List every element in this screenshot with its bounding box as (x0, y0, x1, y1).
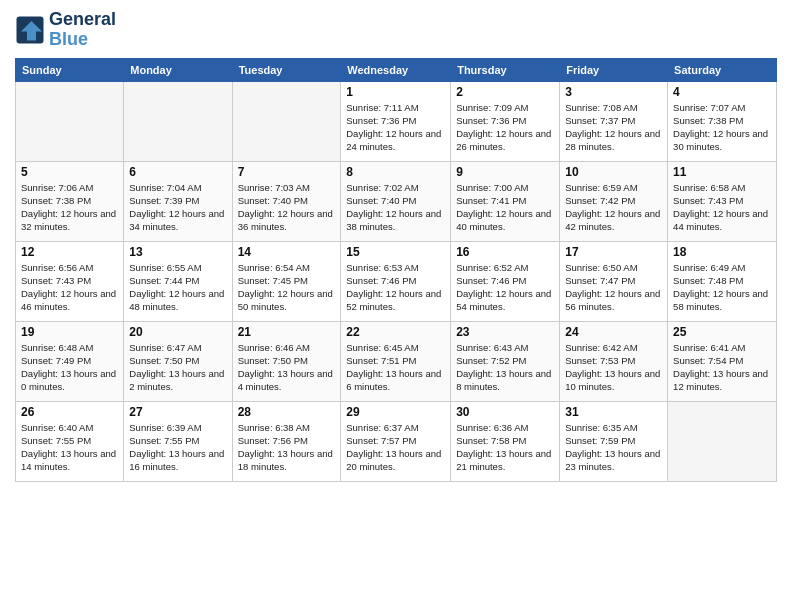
day-info: Sunrise: 6:55 AMSunset: 7:44 PMDaylight:… (129, 261, 226, 314)
day-info: Sunrise: 6:58 AMSunset: 7:43 PMDaylight:… (673, 181, 771, 234)
day-info: Sunrise: 7:02 AMSunset: 7:40 PMDaylight:… (346, 181, 445, 234)
day-number: 31 (565, 405, 662, 419)
day-info: Sunrise: 6:45 AMSunset: 7:51 PMDaylight:… (346, 341, 445, 394)
day-info: Sunrise: 6:53 AMSunset: 7:46 PMDaylight:… (346, 261, 445, 314)
day-number: 9 (456, 165, 554, 179)
calendar-cell: 13Sunrise: 6:55 AMSunset: 7:44 PMDayligh… (124, 241, 232, 321)
calendar-cell: 7Sunrise: 7:03 AMSunset: 7:40 PMDaylight… (232, 161, 341, 241)
logo-icon (15, 15, 45, 45)
calendar-cell: 9Sunrise: 7:00 AMSunset: 7:41 PMDaylight… (451, 161, 560, 241)
day-info: Sunrise: 7:11 AMSunset: 7:36 PMDaylight:… (346, 101, 445, 154)
day-number: 6 (129, 165, 226, 179)
day-number: 29 (346, 405, 445, 419)
calendar-cell: 15Sunrise: 6:53 AMSunset: 7:46 PMDayligh… (341, 241, 451, 321)
calendar-week-row: 5Sunrise: 7:06 AMSunset: 7:38 PMDaylight… (16, 161, 777, 241)
weekday-header: Friday (560, 58, 668, 81)
calendar-cell: 20Sunrise: 6:47 AMSunset: 7:50 PMDayligh… (124, 321, 232, 401)
day-info: Sunrise: 7:00 AMSunset: 7:41 PMDaylight:… (456, 181, 554, 234)
calendar-cell: 3Sunrise: 7:08 AMSunset: 7:37 PMDaylight… (560, 81, 668, 161)
calendar-cell: 31Sunrise: 6:35 AMSunset: 7:59 PMDayligh… (560, 401, 668, 481)
calendar-cell: 28Sunrise: 6:38 AMSunset: 7:56 PMDayligh… (232, 401, 341, 481)
day-number: 3 (565, 85, 662, 99)
weekday-header: Saturday (668, 58, 777, 81)
day-info: Sunrise: 6:41 AMSunset: 7:54 PMDaylight:… (673, 341, 771, 394)
day-info: Sunrise: 6:49 AMSunset: 7:48 PMDaylight:… (673, 261, 771, 314)
calendar-week-row: 12Sunrise: 6:56 AMSunset: 7:43 PMDayligh… (16, 241, 777, 321)
day-number: 11 (673, 165, 771, 179)
day-number: 22 (346, 325, 445, 339)
calendar-cell: 17Sunrise: 6:50 AMSunset: 7:47 PMDayligh… (560, 241, 668, 321)
day-number: 14 (238, 245, 336, 259)
day-info: Sunrise: 6:59 AMSunset: 7:42 PMDaylight:… (565, 181, 662, 234)
page: General Blue SundayMondayTuesdayWednesda… (0, 0, 792, 612)
calendar-cell: 12Sunrise: 6:56 AMSunset: 7:43 PMDayligh… (16, 241, 124, 321)
logo-text: General Blue (49, 10, 116, 50)
day-info: Sunrise: 6:56 AMSunset: 7:43 PMDaylight:… (21, 261, 118, 314)
day-info: Sunrise: 7:06 AMSunset: 7:38 PMDaylight:… (21, 181, 118, 234)
day-info: Sunrise: 6:52 AMSunset: 7:46 PMDaylight:… (456, 261, 554, 314)
calendar-cell (16, 81, 124, 161)
logo: General Blue (15, 10, 116, 50)
calendar-week-row: 26Sunrise: 6:40 AMSunset: 7:55 PMDayligh… (16, 401, 777, 481)
calendar-cell: 16Sunrise: 6:52 AMSunset: 7:46 PMDayligh… (451, 241, 560, 321)
calendar-cell: 5Sunrise: 7:06 AMSunset: 7:38 PMDaylight… (16, 161, 124, 241)
calendar-cell: 23Sunrise: 6:43 AMSunset: 7:52 PMDayligh… (451, 321, 560, 401)
day-number: 19 (21, 325, 118, 339)
day-info: Sunrise: 6:48 AMSunset: 7:49 PMDaylight:… (21, 341, 118, 394)
weekday-header: Thursday (451, 58, 560, 81)
calendar-cell: 2Sunrise: 7:09 AMSunset: 7:36 PMDaylight… (451, 81, 560, 161)
day-number: 30 (456, 405, 554, 419)
day-info: Sunrise: 6:38 AMSunset: 7:56 PMDaylight:… (238, 421, 336, 474)
day-info: Sunrise: 6:40 AMSunset: 7:55 PMDaylight:… (21, 421, 118, 474)
calendar-week-row: 1Sunrise: 7:11 AMSunset: 7:36 PMDaylight… (16, 81, 777, 161)
day-number: 28 (238, 405, 336, 419)
calendar-cell: 30Sunrise: 6:36 AMSunset: 7:58 PMDayligh… (451, 401, 560, 481)
day-number: 15 (346, 245, 445, 259)
calendar-cell: 29Sunrise: 6:37 AMSunset: 7:57 PMDayligh… (341, 401, 451, 481)
day-number: 24 (565, 325, 662, 339)
day-info: Sunrise: 6:36 AMSunset: 7:58 PMDaylight:… (456, 421, 554, 474)
calendar-cell: 1Sunrise: 7:11 AMSunset: 7:36 PMDaylight… (341, 81, 451, 161)
calendar-cell: 10Sunrise: 6:59 AMSunset: 7:42 PMDayligh… (560, 161, 668, 241)
day-number: 25 (673, 325, 771, 339)
day-number: 5 (21, 165, 118, 179)
day-number: 13 (129, 245, 226, 259)
weekday-header-row: SundayMondayTuesdayWednesdayThursdayFrid… (16, 58, 777, 81)
day-number: 27 (129, 405, 226, 419)
day-info: Sunrise: 7:09 AMSunset: 7:36 PMDaylight:… (456, 101, 554, 154)
day-number: 16 (456, 245, 554, 259)
calendar-week-row: 19Sunrise: 6:48 AMSunset: 7:49 PMDayligh… (16, 321, 777, 401)
day-number: 23 (456, 325, 554, 339)
day-number: 7 (238, 165, 336, 179)
calendar-cell: 27Sunrise: 6:39 AMSunset: 7:55 PMDayligh… (124, 401, 232, 481)
day-number: 21 (238, 325, 336, 339)
day-info: Sunrise: 7:03 AMSunset: 7:40 PMDaylight:… (238, 181, 336, 234)
header: General Blue (15, 10, 777, 50)
day-number: 2 (456, 85, 554, 99)
day-info: Sunrise: 6:46 AMSunset: 7:50 PMDaylight:… (238, 341, 336, 394)
weekday-header: Monday (124, 58, 232, 81)
day-number: 10 (565, 165, 662, 179)
day-number: 12 (21, 245, 118, 259)
day-info: Sunrise: 7:07 AMSunset: 7:38 PMDaylight:… (673, 101, 771, 154)
calendar-cell (124, 81, 232, 161)
calendar-cell: 8Sunrise: 7:02 AMSunset: 7:40 PMDaylight… (341, 161, 451, 241)
day-info: Sunrise: 6:39 AMSunset: 7:55 PMDaylight:… (129, 421, 226, 474)
day-info: Sunrise: 6:42 AMSunset: 7:53 PMDaylight:… (565, 341, 662, 394)
calendar-cell (232, 81, 341, 161)
day-number: 20 (129, 325, 226, 339)
day-number: 8 (346, 165, 445, 179)
day-info: Sunrise: 6:54 AMSunset: 7:45 PMDaylight:… (238, 261, 336, 314)
calendar: SundayMondayTuesdayWednesdayThursdayFrid… (15, 58, 777, 482)
calendar-cell: 4Sunrise: 7:07 AMSunset: 7:38 PMDaylight… (668, 81, 777, 161)
calendar-cell: 26Sunrise: 6:40 AMSunset: 7:55 PMDayligh… (16, 401, 124, 481)
weekday-header: Wednesday (341, 58, 451, 81)
weekday-header: Tuesday (232, 58, 341, 81)
calendar-cell: 19Sunrise: 6:48 AMSunset: 7:49 PMDayligh… (16, 321, 124, 401)
calendar-cell: 14Sunrise: 6:54 AMSunset: 7:45 PMDayligh… (232, 241, 341, 321)
calendar-cell: 21Sunrise: 6:46 AMSunset: 7:50 PMDayligh… (232, 321, 341, 401)
calendar-cell: 25Sunrise: 6:41 AMSunset: 7:54 PMDayligh… (668, 321, 777, 401)
day-info: Sunrise: 6:43 AMSunset: 7:52 PMDaylight:… (456, 341, 554, 394)
weekday-header: Sunday (16, 58, 124, 81)
calendar-cell (668, 401, 777, 481)
